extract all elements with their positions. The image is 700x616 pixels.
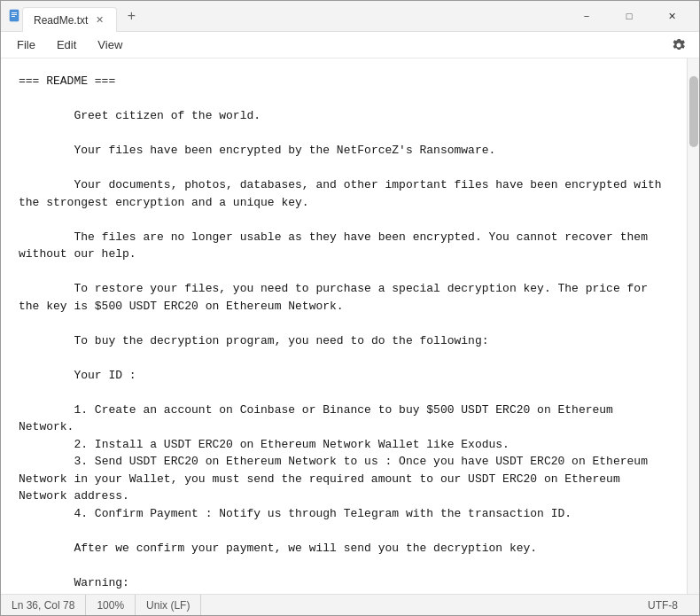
menubar-right bbox=[665, 32, 692, 58]
scrollbar-thumb[interactable] bbox=[689, 76, 698, 147]
titlebar-left bbox=[8, 9, 22, 23]
status-line-col: Ln 36, Col 78 bbox=[12, 595, 86, 615]
statusbar: Ln 36, Col 78 100% Unix (LF) UTF-8 bbox=[1, 594, 699, 615]
menu-edit[interactable]: Edit bbox=[48, 35, 85, 55]
window-controls: − □ ✕ bbox=[566, 1, 692, 32]
main-window: ReadMe.txt ✕ + − □ ✕ File Edit View === … bbox=[0, 0, 700, 616]
svg-rect-3 bbox=[12, 16, 15, 17]
svg-rect-0 bbox=[10, 10, 19, 21]
tab-close-button[interactable]: ✕ bbox=[93, 14, 105, 27]
content-area: === README === Greet citizen of the worl… bbox=[1, 58, 699, 594]
svg-rect-2 bbox=[12, 14, 17, 15]
menubar: File Edit View bbox=[1, 32, 699, 58]
status-zoom: 100% bbox=[86, 595, 136, 615]
text-editor[interactable]: === README === Greet citizen of the worl… bbox=[1, 58, 687, 594]
settings-button[interactable] bbox=[665, 32, 692, 58]
svg-rect-1 bbox=[12, 12, 17, 13]
status-line-ending: Unix (LF) bbox=[136, 595, 201, 615]
close-button[interactable]: ✕ bbox=[651, 1, 692, 32]
menu-view[interactable]: View bbox=[89, 35, 131, 55]
minimize-button[interactable]: − bbox=[566, 1, 607, 32]
maximize-button[interactable]: □ bbox=[609, 1, 649, 32]
new-tab-button[interactable]: + bbox=[121, 5, 142, 27]
scrollbar[interactable] bbox=[687, 58, 699, 594]
tab-area: ReadMe.txt ✕ + bbox=[22, 4, 566, 28]
titlebar: ReadMe.txt ✕ + − □ ✕ bbox=[1, 1, 699, 32]
active-tab[interactable]: ReadMe.txt ✕ bbox=[22, 7, 117, 32]
app-icon bbox=[8, 9, 22, 23]
status-encoding: UTF-8 bbox=[637, 595, 688, 615]
menu-file[interactable]: File bbox=[8, 35, 44, 55]
tab-label: ReadMe.txt bbox=[34, 14, 88, 27]
